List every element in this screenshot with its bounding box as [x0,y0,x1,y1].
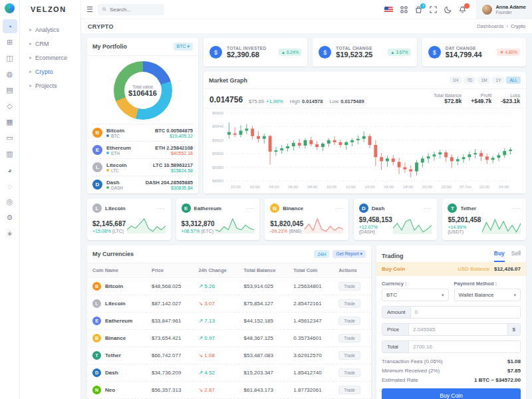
svg-text:$6640: $6640 [212,124,223,128]
page-title: CRYPTO [88,23,114,30]
coin-amount: BTC 0.00584875 [155,128,193,134]
more-options-icon[interactable]: ··· [424,205,432,211]
stat-texts: DAY CHANGE$14,799.44 [446,46,482,59]
rail-item-forms-icon[interactable]: ▭ [3,131,17,145]
more-options-icon[interactable]: ··· [335,205,343,211]
rail-item-maps-icon[interactable]: ◎ [3,195,17,209]
total-input[interactable] [409,341,520,352]
apps-grid-icon[interactable] [400,6,408,13]
tab-buy[interactable]: Buy [494,250,505,262]
coin-meta: BitcoinBTC [106,128,124,138]
user-menu[interactable]: Anna Adame Founder [476,0,532,19]
coin-amount: ETH 2.25842108 [155,145,193,151]
trade-button[interactable]: Trade [338,368,360,377]
sidebar-item-ecommerce[interactable]: ▸Ecommerce [20,51,80,65]
language-flag-icon[interactable] [384,7,393,13]
brand-logo-icon[interactable] [5,3,15,13]
portfolio-coin-row[interactable]: LLitecoinLTCLTC 10.58963217$15824.58 [92,158,193,176]
amount-input[interactable] [411,307,520,318]
trade-button[interactable]: Trade [338,317,360,325]
cart-icon[interactable]: 7 [415,6,422,13]
sidebar-item-analytics[interactable]: ▸Analytics [20,23,80,37]
more-options-icon[interactable]: ··· [513,205,521,211]
coin-symbol: LTC [106,168,127,173]
more-options-icon[interactable]: ··· [246,205,254,211]
tether-coin-icon: T [92,351,101,360]
currency-select[interactable]: BTC▾ [382,289,449,301]
rail-item-dashboards-icon[interactable]: ◔ [3,19,17,33]
range-button-all[interactable]: ALL [506,76,521,84]
portfolio-coin-row[interactable]: BBitcoinBTCBTC 0.00584875$19,405.12 [92,124,193,141]
trade-button[interactable]: Trade [338,282,360,291]
fullscreen-icon[interactable] [430,6,437,13]
cell-total-balance: $15,203.347 [239,364,289,382]
notifications-bell-icon[interactable]: 3 [459,6,466,13]
sidebar-item-crypto[interactable]: ▸Crypto [20,65,80,78]
portfolio-coin-row[interactable]: EEthereumETHETH 2.25842108$40552.18 [92,141,193,158]
get-report-button[interactable]: Get Report ▾ [332,250,366,258]
search-input[interactable] [110,7,160,13]
search-icon [102,7,106,12]
svg-text:02:00: 02:00 [479,185,490,189]
dash-icon: ▸ [29,82,32,88]
buy-coin-button[interactable]: Buy Coin [382,388,521,399]
column-header: 24h Change [193,263,238,278]
more-options-icon[interactable]: ··· [158,205,166,211]
binance-coin-icon: B [92,334,101,342]
rail-item-widgets-icon[interactable]: ◇ [3,99,17,113]
svg-text:14:00: 14:00 [364,185,375,189]
trading-card: Trading Buy Sell Buy Coin USD Balance : … [376,245,526,399]
rail-item-icons-icon[interactable]: ◌ [3,179,17,193]
cell-coin-name: NNeo [87,382,146,399]
tab-sell[interactable]: Sell [511,250,521,262]
stat-texts: TOTAL CHANGE$19,523.25 [336,46,372,59]
rail-item-settings-icon[interactable]: ⚙ [3,211,17,225]
sidebar-item-crm[interactable]: ▸CRM [20,37,80,51]
rail-item-ui-elements-icon[interactable]: ▦ [3,115,17,129]
cell-24h-change: ↘ 1.08 [193,347,238,364]
rail-item-layouts-icon[interactable]: ◫ [3,51,17,65]
high-label: High [290,98,300,104]
market-price: 0.014756 [209,95,243,104]
dark-mode-moon-icon[interactable] [444,6,452,13]
rail-item-apps-icon[interactable]: ⊞ [3,35,17,49]
breadcrumb-parent[interactable]: Dashboards [477,23,503,29]
rail-item-tables-icon[interactable]: ▥ [3,147,17,161]
portfolio-currency-dropdown[interactable]: BTC ▾ [174,43,193,51]
usd-balance-label: USD Balance : [458,266,492,272]
cell-coin-name: TTether [87,347,146,364]
cell-price: $48,568.025 [146,278,193,295]
coin-card-binance: BBinance···$1,820,045-09.21% (BNB) [265,199,348,240]
range-button-1m[interactable]: 1M [477,76,490,84]
range-24h-button[interactable]: 24H [314,250,329,258]
range-button-1y[interactable]: 1Y [492,76,504,84]
trade-button[interactable]: Trade [338,351,360,360]
rail-item-multi-level-icon[interactable]: ∗ [3,227,17,241]
cell-24h-change: ↗ 5.26 [193,278,238,295]
trade-button[interactable]: Trade [338,386,360,394]
coin-card-body: $3,312,870+08.57% (ETC) [182,216,255,233]
search-box[interactable] [98,4,164,15]
buy-coin-banner: Buy Coin USD Balance : $12,426.07 [376,262,526,276]
svg-text:$6660: $6660 [212,111,223,115]
profit-value: +$49.7k [471,98,491,104]
price-label: Price [382,324,409,335]
trade-button[interactable]: Trade [338,299,360,308]
cell-price: $56,357.313 [146,382,193,399]
trade-button[interactable]: Trade [338,334,360,342]
range-button-1h[interactable]: 1H [450,76,462,84]
rail-item-authentication-icon[interactable]: ◍ [3,67,17,81]
coin-symbol: BTC [106,134,124,138]
coin-card-change: -09.21% (BNB) [270,229,303,233]
rail-item-pages-icon[interactable]: ▤ [3,83,17,97]
rail-item-charts-icon[interactable]: ◕ [3,163,17,177]
menu-toggle-icon[interactable]: ☰ [86,5,92,14]
coin-card-name: Binance [283,205,303,211]
dash-icon: ▸ [29,68,32,74]
price-input[interactable] [409,324,507,335]
portfolio-coin-row[interactable]: DDashDASHDASH 204.28565885$30835.84 [92,176,193,193]
payment-method-select[interactable]: Wallet Balance▾ [454,289,521,301]
range-button-7d[interactable]: 7D [464,76,475,84]
sidebar-item-projects[interactable]: ▸Projects [20,78,80,92]
coin-cards-row: LLitecoin···$2,145,687+15.08% (LTC)EEath… [87,199,526,240]
